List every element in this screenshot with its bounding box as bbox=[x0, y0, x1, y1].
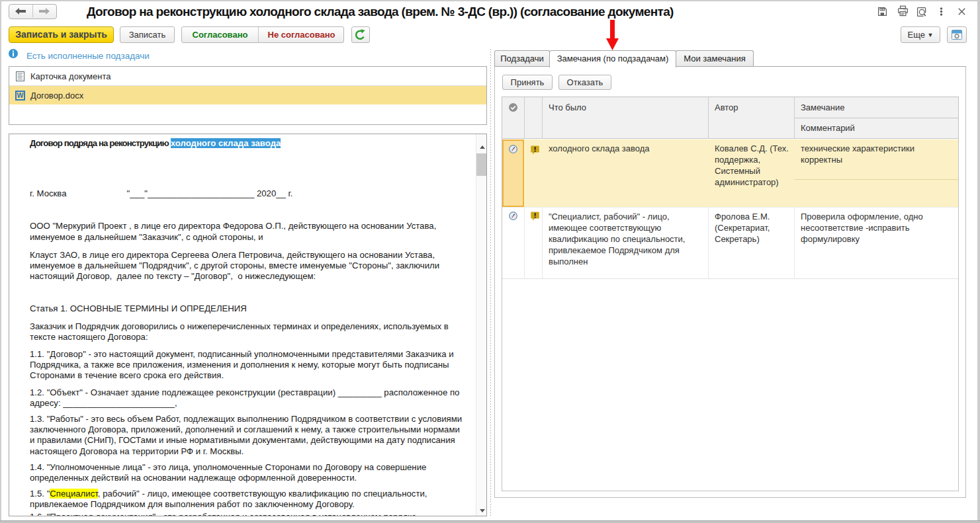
svg-text:W: W bbox=[17, 91, 24, 99]
